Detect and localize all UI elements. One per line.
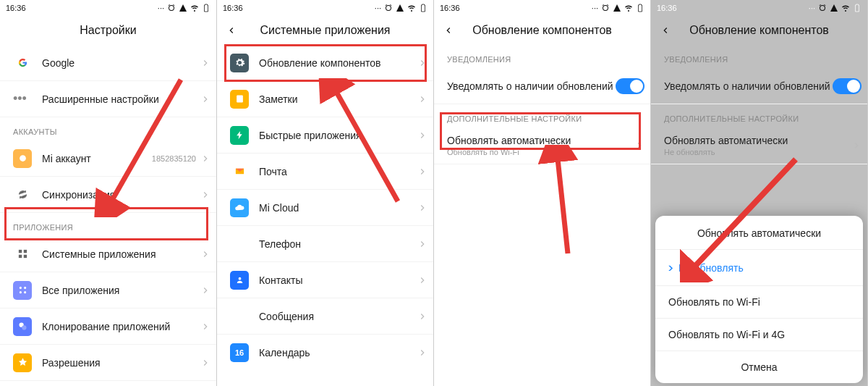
row-system-apps[interactable]: Системные приложения xyxy=(0,236,216,272)
option-wifi[interactable]: Обновлять по Wi-Fi xyxy=(655,285,863,318)
row-component-update[interactable]: Обновление компонентов xyxy=(217,45,433,81)
toggle-on[interactable] xyxy=(616,78,644,94)
back-button[interactable] xyxy=(224,23,239,38)
titlebar: Настройки xyxy=(0,16,216,45)
notes-icon xyxy=(230,90,249,109)
row-mi-account[interactable]: Mi аккаунт 1852835120 xyxy=(0,140,216,177)
panel-system-apps: 16:36 ··· Системные приложения Обновлени… xyxy=(217,0,434,386)
google-icon xyxy=(13,54,32,72)
row-notify-updates[interactable]: Уведомлять о наличии обновлений xyxy=(434,68,650,104)
row-auto-update[interactable]: Обновлять автоматически Обновлять по Wi-… xyxy=(434,127,650,164)
row-sync[interactable]: Синхронизация xyxy=(0,177,216,213)
row-label: Обновлять автоматически xyxy=(664,135,851,146)
row-label: Mi аккаунт xyxy=(42,153,152,164)
panel-settings: 16:36 ··· Настройки Google ••• Расширенн… xyxy=(0,0,217,386)
option-label: Обновлять по Wi-Fi xyxy=(668,296,760,308)
row-advanced[interactable]: ••• Расширенные настройки xyxy=(0,81,216,117)
wifi-icon xyxy=(841,4,850,12)
titlebar: Обновление компонентов xyxy=(651,16,867,45)
phone-icon xyxy=(230,235,249,253)
chevron-right-icon xyxy=(200,285,210,295)
row-auto-update[interactable]: Обновлять автоматически Не обновлять xyxy=(651,127,867,164)
svg-rect-1 xyxy=(18,250,21,253)
statusbar: 16:36 ··· xyxy=(0,0,216,16)
alarm-icon xyxy=(818,4,827,12)
signal-icon xyxy=(613,4,621,12)
option-wifi-4g[interactable]: Обновлять по Wi-Fi и 4G xyxy=(655,318,863,351)
statusbar: 16:36 ··· xyxy=(651,0,867,16)
row-label: Все приложения xyxy=(42,285,200,296)
row-label: Google xyxy=(42,57,200,69)
row-label: Быстрые приложения xyxy=(259,130,417,141)
chevron-right-icon xyxy=(200,58,210,68)
row-all-apps[interactable]: Все приложения xyxy=(0,272,216,309)
wifi-icon xyxy=(624,4,633,12)
svg-rect-4 xyxy=(23,255,26,258)
svg-point-7 xyxy=(19,291,21,293)
row-label: Mi Cloud xyxy=(259,202,417,214)
chevron-right-icon xyxy=(200,190,210,200)
row-label: Обновление компонентов xyxy=(259,57,417,69)
option-no-update[interactable]: Не обновлять xyxy=(655,249,863,285)
clock: 16:36 xyxy=(440,4,460,12)
toggle-on[interactable] xyxy=(833,78,861,94)
option-label: Обновлять по Wi-Fi и 4G xyxy=(668,329,785,340)
section-notifications: УВЕДОМЛЕНИЯ xyxy=(651,45,867,68)
chevron-right-icon xyxy=(417,94,427,104)
wifi-icon xyxy=(407,4,416,12)
clone-icon xyxy=(13,317,32,336)
chevron-right-icon xyxy=(417,58,427,68)
row-label: Синхронизация xyxy=(42,189,200,201)
clock: 16:36 xyxy=(6,4,26,12)
chevron-right-icon xyxy=(200,154,210,164)
row-app-protection[interactable]: Защита приложений xyxy=(0,381,216,386)
row-mail[interactable]: Почта xyxy=(217,154,433,190)
battery-icon xyxy=(202,4,210,12)
row-clone-apps[interactable]: Клонирование приложений xyxy=(0,309,216,345)
contacts-icon xyxy=(230,271,249,290)
row-contacts[interactable]: Контакты xyxy=(217,262,433,298)
mi-account-icon xyxy=(13,149,32,168)
row-notify-updates[interactable]: Уведомлять о наличии обновлений xyxy=(651,68,867,104)
panel-component-update: 16:36 ··· Обновление компонентов УВЕДОМЛ… xyxy=(434,0,651,386)
battery-icon xyxy=(419,4,427,12)
row-label: Почта xyxy=(259,166,417,177)
row-label: Контакты xyxy=(259,274,417,286)
row-sublabel: Не обновлять xyxy=(664,148,851,156)
cancel-label: Отмена xyxy=(741,361,777,373)
bottom-sheet: Обновлять автоматически Не обновлять Обн… xyxy=(655,216,863,383)
clock: 16:36 xyxy=(657,4,677,12)
page-title: Настройки xyxy=(80,24,136,37)
signal-icon xyxy=(179,4,187,12)
section-additional: ДОПОЛНИТЕЛЬНЫЕ НАСТРОЙКИ xyxy=(434,104,650,127)
row-label: Телефон xyxy=(259,238,417,250)
row-mi-cloud[interactable]: Mi Cloud xyxy=(217,190,433,226)
row-messages[interactable]: Сообщения xyxy=(217,298,433,335)
svg-point-14 xyxy=(238,277,241,280)
bolt-icon xyxy=(230,126,249,145)
row-phone[interactable]: Телефон xyxy=(217,226,433,262)
sync-icon xyxy=(13,185,32,204)
back-button[interactable] xyxy=(441,23,456,38)
svg-point-0 xyxy=(20,155,26,161)
chevron-right-icon xyxy=(417,239,427,249)
signal-icon xyxy=(830,4,838,12)
calendar-icon: 16 xyxy=(230,343,249,362)
apps-icon xyxy=(13,281,32,300)
page-title: Обновление компонентов xyxy=(689,24,829,37)
cancel-button[interactable]: Отмена xyxy=(655,351,863,383)
row-google[interactable]: Google xyxy=(0,45,216,81)
svg-rect-13 xyxy=(237,96,243,103)
row-label: Расширенные настройки xyxy=(42,93,200,105)
chevron-right-icon xyxy=(200,322,210,332)
row-quick-apps[interactable]: Быстрые приложения xyxy=(217,117,433,154)
row-notes[interactable]: Заметки xyxy=(217,81,433,117)
grid-icon xyxy=(13,245,32,264)
status-icons: ··· xyxy=(809,4,861,12)
badge-icon xyxy=(13,353,32,372)
row-calendar[interactable]: 16 Календарь xyxy=(217,335,433,371)
chevron-right-icon xyxy=(417,130,427,140)
back-button[interactable] xyxy=(658,23,673,38)
row-permissions[interactable]: Разрешения xyxy=(0,345,216,381)
statusbar: 16:36 ··· xyxy=(434,0,650,16)
